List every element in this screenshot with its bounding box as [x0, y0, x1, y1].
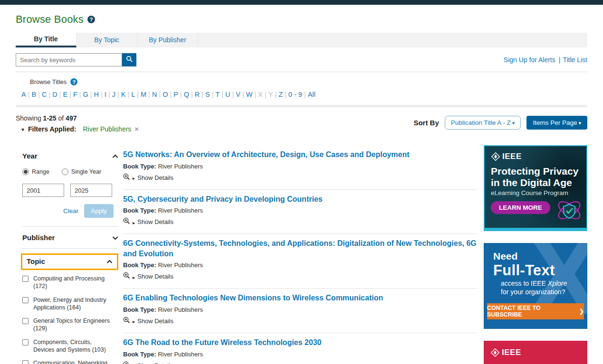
letter-link[interactable]: U [225, 91, 230, 98]
letter-link[interactable]: 0 - 9 [288, 91, 303, 98]
letter-link[interactable]: I [104, 91, 107, 98]
browse-titles-label: Browse Titles [30, 78, 67, 85]
topic-checkbox-item[interactable]: General Topics for Engineers (129) [22, 317, 118, 333]
letter-link[interactable]: Z [278, 91, 283, 98]
letter-link[interactable]: C [41, 91, 47, 98]
letter-link[interactable]: All [307, 91, 316, 98]
letter-separator: | [220, 91, 225, 98]
filters-collapse-icon[interactable] [21, 125, 25, 133]
letter-link[interactable]: A [21, 91, 27, 98]
magnifier-plus-icon [123, 317, 130, 326]
ad-access-text: access to IEEE [501, 280, 548, 287]
main-area: Year Range Single Year [16, 145, 587, 364]
topic-checkbox-item[interactable]: Communication, Networking and Broadcast … [22, 359, 118, 364]
letter-link[interactable]: Y [268, 91, 274, 98]
letter-link[interactable]: N [152, 91, 157, 98]
book-type-label: Book Type: [123, 306, 156, 313]
year-from-input[interactable] [22, 184, 64, 197]
letter-link[interactable]: T [215, 91, 220, 98]
letter-link[interactable]: J [112, 91, 116, 98]
range-radio[interactable] [22, 168, 29, 175]
topic-checkbox[interactable] [22, 297, 29, 303]
topic-checkbox[interactable] [22, 276, 29, 282]
expand-arrow-icon [132, 361, 136, 364]
showing-range: 1-25 [43, 114, 57, 122]
show-details-toggle[interactable]: Show Details [123, 272, 477, 281]
book-title-link[interactable]: 6G Enabling Technologies New Dimensions … [123, 293, 477, 303]
of-label: of [58, 114, 64, 122]
show-details-toggle[interactable]: Show Details [123, 173, 477, 182]
tab-by-topic[interactable]: By Topic [77, 33, 137, 47]
book-title-link[interactable]: 6G The Road to the Future Wireless Techn… [123, 337, 477, 348]
book-title-link[interactable]: 6G Connectivity-Systems, Technologies, a… [123, 238, 477, 259]
publisher-facet-header[interactable]: Publisher [22, 233, 118, 242]
letter-link[interactable]: W [246, 91, 253, 98]
filter-remove-icon[interactable] [134, 125, 139, 133]
letter-link[interactable]: V [235, 91, 241, 98]
year-facet-header[interactable]: Year [22, 152, 118, 160]
letter-link[interactable]: G [83, 91, 89, 98]
show-details-toggle[interactable]: Show Details [123, 317, 477, 326]
apply-year-button[interactable]: Apply [84, 204, 114, 218]
ad-ieee-red[interactable]: IEEE [484, 341, 587, 364]
tab-by-title[interactable]: By Title [16, 33, 77, 47]
browse-help-icon[interactable]: ? [70, 78, 77, 85]
letter-link[interactable]: Q [183, 91, 190, 98]
contact-subscribe-button[interactable]: CONTACT IEEE TO SUBSCRIBE [487, 303, 584, 319]
book-result-item: 5G Networks: An Overview of Architecture… [123, 145, 477, 190]
filter-chip-river-publishers[interactable]: River Publishers [83, 125, 131, 133]
topic-checkbox[interactable] [22, 318, 29, 324]
single-year-radio[interactable] [62, 168, 68, 175]
topic-checkbox-item[interactable]: Components, Circuits, Devices and System… [22, 338, 118, 354]
help-icon[interactable]: ? [87, 16, 95, 23]
letter-link[interactable]: D [52, 91, 57, 98]
year-to-input[interactable] [70, 184, 112, 197]
letter-link[interactable]: E [62, 91, 68, 98]
tab-bar: By Title By Topic By Publisher [16, 33, 587, 47]
ad-fulltext-subscribe[interactable]: X Need Full-Text access to IEEE Xplore f… [484, 243, 587, 329]
sort-select-button[interactable]: Publication Title A - Z [445, 116, 521, 130]
ad-protecting-privacy[interactable]: IEEE Protecting Privacy in the Digital A… [484, 145, 587, 231]
letter-link[interactable]: P [173, 91, 179, 98]
letter-link[interactable]: S [205, 91, 211, 98]
expand-arrow-icon [132, 173, 136, 182]
tab-by-publisher[interactable]: By Publisher [137, 33, 198, 47]
letter-separator: | [126, 91, 131, 98]
letter-separator: | [78, 91, 83, 98]
topic-checkbox[interactable] [22, 339, 29, 345]
signup-alerts-link[interactable]: Sign Up for Alerts [504, 56, 555, 64]
search-button[interactable] [122, 53, 136, 66]
topic-checkbox[interactable] [22, 360, 29, 364]
title-list-link[interactable]: Title List [563, 56, 587, 64]
book-result-item: 6G Enabling Technologies New Dimensions … [123, 289, 477, 333]
letter-link[interactable]: B [31, 91, 37, 98]
ieee-logo-text: IEEE [502, 152, 522, 161]
book-title-link[interactable]: 5G, Cybersecurity and Privacy in Develop… [123, 194, 477, 205]
range-radio-option[interactable]: Range [22, 168, 49, 175]
letter-link[interactable]: O [162, 91, 168, 98]
book-title-link[interactable]: 5G Networks: An Overview of Architecture… [123, 149, 477, 160]
show-details-toggle[interactable]: Show Details [123, 217, 477, 226]
learn-more-button[interactable]: LEARN MORE [491, 201, 550, 214]
show-details-label: Show Details [137, 362, 173, 364]
book-type-label: Book Type: [123, 351, 156, 358]
letter-link[interactable]: M [140, 91, 147, 98]
letter-link[interactable]: L [131, 91, 135, 98]
clear-year-link[interactable]: Clear [63, 207, 78, 215]
topic-facet-header[interactable]: Topic [27, 257, 113, 265]
topic-checkbox-item[interactable]: Computing and Processing (172) [22, 275, 118, 290]
letter-link[interactable]: X [258, 91, 263, 98]
search-input[interactable] [16, 53, 122, 66]
topic-checkbox-item[interactable]: Power, Energy and Industry Applications … [22, 296, 118, 312]
letter-link[interactable]: K [121, 91, 126, 98]
single-year-radio-option[interactable]: Single Year [62, 168, 101, 175]
show-details-toggle[interactable]: Show Details [123, 361, 477, 364]
chevron-up-icon [112, 152, 118, 160]
letter-link[interactable]: R [194, 91, 200, 98]
letter-link[interactable]: H [94, 91, 99, 98]
letter-link[interactable]: F [73, 91, 78, 98]
ad-organization-line: for your organization? [501, 288, 587, 296]
items-per-page-button[interactable]: Items Per Page [526, 116, 587, 130]
results-left: Showing 1-25 of 497 Filters Applied: Riv… [16, 114, 139, 133]
showing-label: Showing [16, 114, 41, 122]
